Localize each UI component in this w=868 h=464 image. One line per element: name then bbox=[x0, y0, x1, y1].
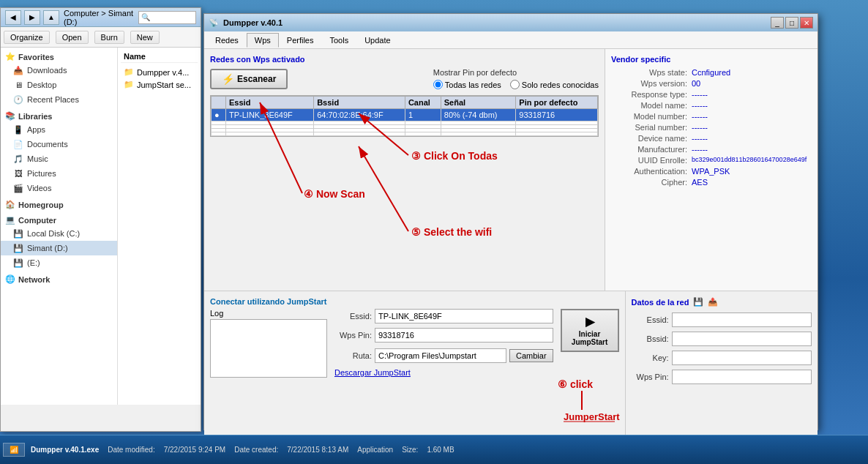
radio-todas[interactable]: Todas las redes bbox=[433, 80, 501, 89]
sidebar-item-music[interactable]: 🎵 Music bbox=[1, 151, 117, 166]
tab-wps[interactable]: Wps bbox=[247, 33, 279, 48]
scan-button[interactable]: ⚡ Escanear bbox=[210, 69, 288, 89]
file-name-jumpstart: JumpStart se... bbox=[137, 81, 191, 89]
info-device-name: Device name: ------ bbox=[611, 134, 812, 143]
network-header[interactable]: 🌐 Network bbox=[1, 273, 117, 285]
sidebar-item-videos[interactable]: 🎬 Videos bbox=[1, 181, 117, 195]
info-response-type: Response type: ------ bbox=[611, 90, 812, 99]
row-pin: 93318716 bbox=[516, 109, 598, 121]
sidebar-item-pictures[interactable]: 🖼 Pictures bbox=[1, 166, 117, 181]
sidebar-item-desktop[interactable]: 🖥 Desktop bbox=[1, 78, 117, 92]
dumpper-app-icon: 📡 bbox=[209, 18, 219, 28]
up-btn[interactable]: ▲ bbox=[43, 10, 59, 25]
apps-icon: 📱 bbox=[12, 124, 24, 135]
sidebar-item-e[interactable]: 💾 (E:) bbox=[1, 255, 117, 270]
maximize-btn[interactable]: □ bbox=[785, 17, 798, 29]
explorer-search[interactable]: 🔍 bbox=[138, 11, 196, 24]
log-label: Log bbox=[210, 309, 327, 318]
file-item-dumpper[interactable]: 📁 Dumpper v.4... bbox=[121, 66, 198, 78]
essid-input[interactable] bbox=[375, 309, 553, 323]
desktop-icon: 🖥 bbox=[12, 79, 24, 91]
radio-conocidas-input[interactable] bbox=[510, 80, 520, 89]
iniciar-jumpstart-btn[interactable]: ▶ Iniciar JumpStart bbox=[561, 309, 619, 352]
close-btn[interactable]: ✕ bbox=[800, 17, 813, 29]
data-bssid-row: Bssid: bbox=[632, 332, 812, 346]
sidebar-item-c[interactable]: 💾 Local Disk (C:) bbox=[1, 226, 117, 241]
music-icon: 🎵 bbox=[12, 153, 24, 165]
tab-update[interactable]: Update bbox=[356, 33, 398, 47]
open-btn[interactable]: Open bbox=[56, 31, 89, 44]
auth-label: Authentication: bbox=[611, 167, 692, 176]
ruta-input[interactable] bbox=[375, 348, 506, 363]
explorer-titlebar: ◀ ▶ ▲ Computer > Simant (D:) 🔍 bbox=[1, 8, 201, 27]
tab-tools[interactable]: Tools bbox=[321, 33, 356, 47]
cambiar-btn[interactable]: Cambiar bbox=[509, 349, 553, 362]
log-textarea[interactable] bbox=[210, 319, 327, 378]
descargar-link[interactable]: Descargar JumpStart bbox=[334, 368, 411, 377]
save-icon[interactable]: 💾 bbox=[693, 297, 703, 307]
info-manufacturer: Manufacturer: ------ bbox=[611, 145, 812, 154]
sidebar-item-d[interactable]: 💾 Simant (D:) bbox=[1, 241, 117, 255]
model-name-label: Model name: bbox=[611, 101, 692, 110]
file-icon-dumpper: 📁 bbox=[124, 67, 134, 77]
tab-redes[interactable]: Redes bbox=[207, 33, 247, 47]
computer-header[interactable]: 💻 Computer bbox=[1, 214, 117, 226]
vendor-title: Vendor specific bbox=[611, 55, 812, 64]
pin-options-title: Mostrar Pin por defecto bbox=[433, 68, 517, 77]
left-panel: Redes con Wps activado ⚡ Escanear Mostra… bbox=[204, 49, 605, 291]
ruta-row: Ruta: Cambiar bbox=[334, 348, 553, 363]
th-senal: Señal bbox=[441, 97, 516, 109]
right-panel: Vendor specific Wps state: Ccnfigured Wp… bbox=[605, 49, 818, 291]
data-key-input[interactable] bbox=[672, 351, 812, 365]
back-btn[interactable]: ◀ bbox=[5, 10, 21, 25]
organize-btn[interactable]: Organize bbox=[4, 31, 50, 44]
minimize-btn[interactable]: _ bbox=[771, 17, 784, 29]
info-uuid: UUID Enrolle: bc329e001dd811b28601647002… bbox=[611, 156, 812, 165]
log-section: Log bbox=[210, 309, 327, 380]
sidebar-item-recent[interactable]: 🕐 Recent Places bbox=[1, 92, 117, 107]
scan-button-label: Escanear bbox=[237, 74, 276, 84]
disk-c-icon: 💾 bbox=[12, 228, 24, 239]
th-essid-label: Essid bbox=[226, 97, 314, 109]
sidebar-item-apps-label: Apps bbox=[27, 125, 45, 134]
network-table-container: Essid Bssid Canal Señal Pin por defecto … bbox=[210, 95, 599, 137]
data-essid-input[interactable] bbox=[672, 313, 812, 327]
tab-perfiles[interactable]: Perfiles bbox=[279, 33, 322, 47]
data-essid-label: Essid: bbox=[632, 315, 672, 324]
bottom-section: Conectar utilizando JumpStart Log Essid:… bbox=[204, 291, 818, 444]
libraries-header[interactable]: 📚 Libraries bbox=[1, 110, 117, 122]
wps-pin-input[interactable] bbox=[375, 328, 553, 343]
data-wps-pin-row: Wps Pin: bbox=[632, 370, 812, 384]
sidebar-item-downloads-label: Downloads bbox=[27, 66, 67, 75]
sidebar-item-documents[interactable]: 📄 Documents bbox=[1, 137, 117, 151]
data-bssid-input[interactable] bbox=[672, 332, 812, 346]
taskbar-info: Dumpper v.40.1.exe Date modified: 7/22/2… bbox=[31, 446, 454, 454]
data-wps-pin-input[interactable] bbox=[672, 370, 812, 384]
favorites-header[interactable]: ⭐ Favorites bbox=[1, 50, 117, 63]
th-canal: Canal bbox=[405, 97, 441, 109]
burn-btn[interactable]: Burn bbox=[94, 31, 124, 44]
app-name: Dumpper v.40.1.exe bbox=[31, 446, 99, 454]
serial-label: Serial number: bbox=[611, 123, 692, 132]
computer-section: 💻 Computer 💾 Local Disk (C:) 💾 Simant (D… bbox=[1, 214, 117, 270]
data-bssid-label: Bssid: bbox=[632, 334, 672, 343]
new-btn[interactable]: New bbox=[130, 31, 160, 44]
explorer-body: ⭐ Favorites 📥 Downloads 🖥 Desktop 🕐 Rece… bbox=[1, 48, 201, 405]
forward-btn[interactable]: ▶ bbox=[24, 10, 40, 25]
file-item-jumpstart[interactable]: 📁 JumpStart se... bbox=[121, 78, 198, 91]
main-content-area: Redes con Wps activado ⚡ Escanear Mostra… bbox=[204, 49, 818, 291]
date-created-value: 7/22/2015 8:13 AM bbox=[287, 446, 348, 454]
sidebar-item-downloads[interactable]: 📥 Downloads bbox=[1, 63, 117, 78]
radio-todas-input[interactable] bbox=[433, 80, 443, 89]
ruta-label: Ruta: bbox=[334, 351, 375, 360]
left-panel-title: Redes con Wps activado bbox=[210, 55, 599, 64]
sidebar-item-desktop-label: Desktop bbox=[27, 81, 56, 89]
sidebar-item-apps[interactable]: 📱 Apps bbox=[1, 122, 117, 137]
info-model-number: Model number: ------ bbox=[611, 112, 812, 121]
homegroup-header[interactable]: 🏠 Homegroup bbox=[1, 198, 117, 211]
radio-conocidas[interactable]: Solo redes conocidas bbox=[510, 80, 599, 89]
share-icon[interactable]: 📤 bbox=[708, 297, 718, 307]
main-header: Name bbox=[121, 50, 198, 63]
network-table: Essid Bssid Canal Señal Pin por defecto … bbox=[211, 96, 598, 136]
table-row[interactable]: ● TP-LINK_8E649F 64:70:02:8E:64:9F 1 80%… bbox=[212, 109, 598, 121]
